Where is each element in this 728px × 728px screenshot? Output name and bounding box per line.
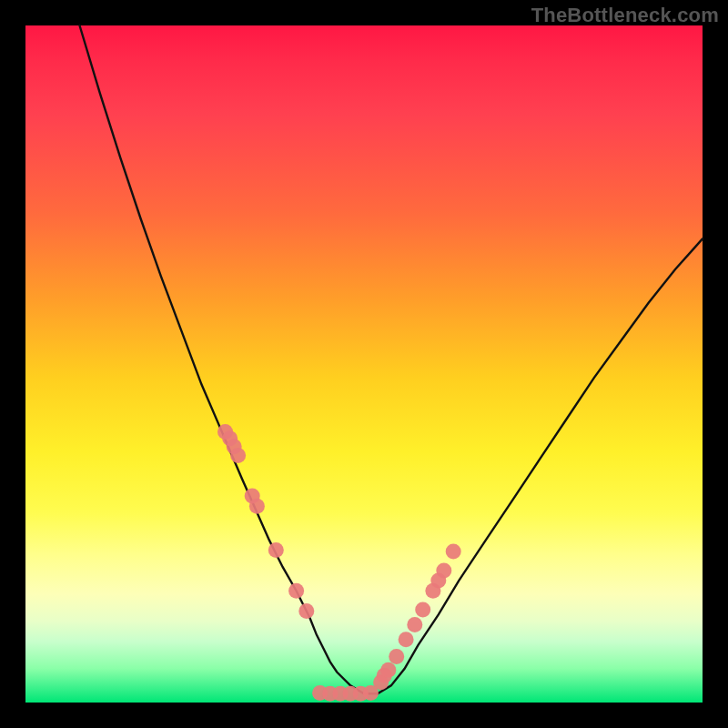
data-point bbox=[446, 544, 461, 560]
data-point bbox=[230, 448, 246, 463]
plot-area bbox=[25, 25, 703, 703]
data-point bbox=[399, 632, 414, 647]
data-point bbox=[380, 662, 396, 678]
chart-frame: TheBottleneck.com bbox=[0, 0, 728, 728]
data-point bbox=[268, 542, 284, 558]
chart-svg bbox=[25, 25, 703, 703]
data-point bbox=[436, 562, 451, 578]
data-point bbox=[288, 583, 304, 599]
data-point bbox=[389, 649, 404, 664]
watermark-text: TheBottleneck.com bbox=[531, 4, 719, 27]
bottleneck-curve bbox=[80, 25, 703, 693]
data-markers bbox=[217, 424, 461, 702]
data-point bbox=[298, 603, 314, 619]
data-point bbox=[363, 685, 379, 701]
data-point bbox=[415, 602, 430, 618]
data-point bbox=[407, 617, 422, 632]
data-point bbox=[249, 499, 265, 514]
